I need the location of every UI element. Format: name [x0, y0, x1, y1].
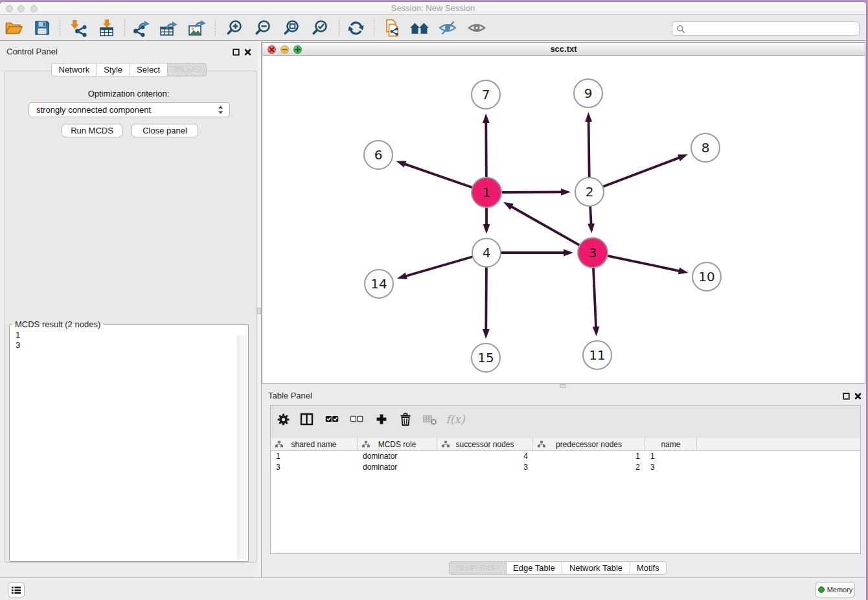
table-row[interactable]: 1dominator411	[271, 451, 860, 462]
open-session-icon[interactable]	[3, 17, 24, 38]
column-header-successor-nodes[interactable]: successor nodes	[437, 438, 533, 451]
vertical-splitter-grip[interactable]	[257, 308, 261, 314]
delete-trash-icon[interactable]	[397, 411, 414, 428]
svg-text:4: 4	[483, 245, 491, 260]
import-network-icon[interactable]	[68, 17, 89, 38]
node-table: f(x) shared name MCDS role successor nod…	[270, 405, 861, 554]
tab-network[interactable]: Network	[51, 63, 97, 76]
select-all-checkboxes-icon[interactable]	[323, 411, 340, 428]
graph-node-9[interactable]: 9	[574, 79, 602, 108]
mcds-result-scrollbar[interactable]	[237, 335, 246, 559]
graph-edge-2-3[interactable]	[588, 207, 595, 234]
table-tab-edge-table[interactable]: Edge Table	[506, 561, 562, 575]
graph-node-7[interactable]: 7	[472, 80, 500, 109]
import-table-icon[interactable]	[97, 17, 117, 38]
tab-select[interactable]: Select	[130, 63, 167, 76]
table-tabs: Node TableEdge TableNetwork TableMotifs	[449, 561, 667, 575]
graph-edge-2-8[interactable]	[603, 154, 688, 187]
graph-edge-1-2[interactable]	[502, 189, 571, 196]
table-cell: 3	[437, 462, 533, 473]
column-header-predecessor-nodes[interactable]: predecessor nodes	[533, 438, 645, 451]
search-icon	[676, 25, 685, 34]
table-panel-float-icon[interactable]	[843, 392, 850, 402]
run-mcds-button[interactable]: Run MCDS	[62, 124, 122, 137]
table-cell: 3	[271, 462, 358, 473]
control-panel-close-icon[interactable]	[244, 48, 251, 58]
graph-node-6[interactable]: 6	[364, 141, 393, 169]
memory-status-icon	[818, 586, 825, 593]
show-panel-eye-icon[interactable]	[466, 17, 487, 38]
graph-edge-1-7[interactable]	[483, 113, 490, 178]
graph-edge-4-14[interactable]	[397, 257, 473, 279]
graph-edge-2-9[interactable]	[585, 112, 592, 178]
table-cell: 1	[533, 451, 645, 462]
zoom-selected-icon[interactable]	[310, 17, 330, 38]
control-panel-float-icon[interactable]	[233, 48, 240, 58]
memory-button[interactable]: Memory	[816, 582, 855, 597]
graph-edge-3-11[interactable]	[593, 268, 600, 337]
search-input[interactable]	[688, 23, 856, 35]
refresh-network-view-icon[interactable]	[345, 17, 366, 38]
svg-text:8: 8	[702, 140, 710, 156]
table-cell: 4	[437, 451, 533, 462]
show-columns-icon[interactable]	[299, 411, 315, 428]
mcds-result-list[interactable]: 13	[10, 329, 248, 561]
table-settings-gear-icon[interactable]	[275, 411, 291, 428]
graph-node-10[interactable]: 10	[692, 262, 721, 291]
graph-node-4[interactable]: 4	[472, 238, 501, 267]
graph-node-15[interactable]: 15	[472, 343, 500, 372]
horizontal-splitter-grip[interactable]	[560, 384, 566, 388]
export-table-icon[interactable]	[159, 17, 179, 38]
table-panel-close-icon[interactable]	[854, 392, 862, 402]
graph-edge-1-4[interactable]	[483, 208, 490, 235]
graph-edge-3-10[interactable]	[608, 256, 689, 274]
mcds-result-line: 3	[16, 340, 248, 351]
graph-edge-3-1[interactable]	[503, 202, 580, 246]
graph-node-11[interactable]: 11	[583, 341, 611, 369]
task-history-button[interactable]	[8, 583, 25, 597]
graph-edge-4-3[interactable]	[501, 249, 574, 257]
table-tab-network-table[interactable]: Network Table	[562, 561, 629, 575]
clone-network-icon[interactable]	[382, 17, 402, 38]
column-header-MCDS-role[interactable]: MCDS role	[358, 438, 437, 451]
column-header-name[interactable]: name	[645, 438, 697, 451]
hide-panel-eye-slash-icon[interactable]	[437, 17, 458, 38]
right-column: scc.txt 1234678910111415 Table Panel	[262, 41, 866, 577]
mcds-result-group: MCDS result (2 nodes) 13	[9, 319, 249, 562]
vertical-splitter[interactable]	[257, 41, 262, 577]
graph-node-1[interactable]: 1	[472, 178, 501, 207]
graph-edge-4-15[interactable]	[483, 268, 490, 340]
add-column-plus-icon[interactable]	[373, 411, 390, 428]
tab-style[interactable]: Style	[97, 63, 130, 76]
toolbar-separator	[339, 19, 339, 36]
svg-text:2: 2	[586, 184, 594, 200]
zoom-fit-icon[interactable]	[281, 17, 302, 38]
network-canvas[interactable]: 1234678910111415	[262, 56, 865, 384]
export-network-icon[interactable]	[131, 17, 152, 38]
svg-text:3: 3	[589, 245, 597, 260]
column-header-shared-name[interactable]: shared name	[271, 438, 358, 451]
horizontal-splitter[interactable]	[262, 384, 866, 389]
zoom-out-icon[interactable]	[253, 17, 273, 38]
toolbar-separator	[215, 19, 216, 36]
graph-node-3[interactable]: 3	[578, 238, 608, 268]
close-panel-button[interactable]: Close panel	[131, 124, 198, 137]
toolbar-separator	[374, 19, 374, 36]
save-session-icon[interactable]	[32, 17, 52, 38]
table-tab-node-table[interactable]: Node Table	[449, 561, 506, 575]
table-row[interactable]: 3dominator323	[271, 462, 860, 473]
home-icon[interactable]	[409, 17, 430, 38]
export-image-icon[interactable]	[187, 17, 208, 38]
deselect-all-checkboxes-icon[interactable]	[348, 411, 365, 428]
function-builder-fx-icon: f(x)	[447, 411, 464, 428]
table-toolbar: f(x)	[271, 406, 860, 438]
graph-node-2[interactable]: 2	[575, 178, 604, 206]
optimization-criterion-select[interactable]: strongly connected component	[29, 102, 230, 117]
tab-mcds[interactable]: MCDS	[167, 63, 207, 76]
graph-edge-1-6[interactable]	[396, 161, 472, 187]
graph-node-14[interactable]: 14	[365, 270, 393, 298]
graph-node-8[interactable]: 8	[691, 133, 720, 162]
table-cell: 1	[271, 451, 358, 462]
table-tab-motifs[interactable]: Motifs	[630, 561, 667, 575]
zoom-in-icon[interactable]	[224, 17, 245, 38]
